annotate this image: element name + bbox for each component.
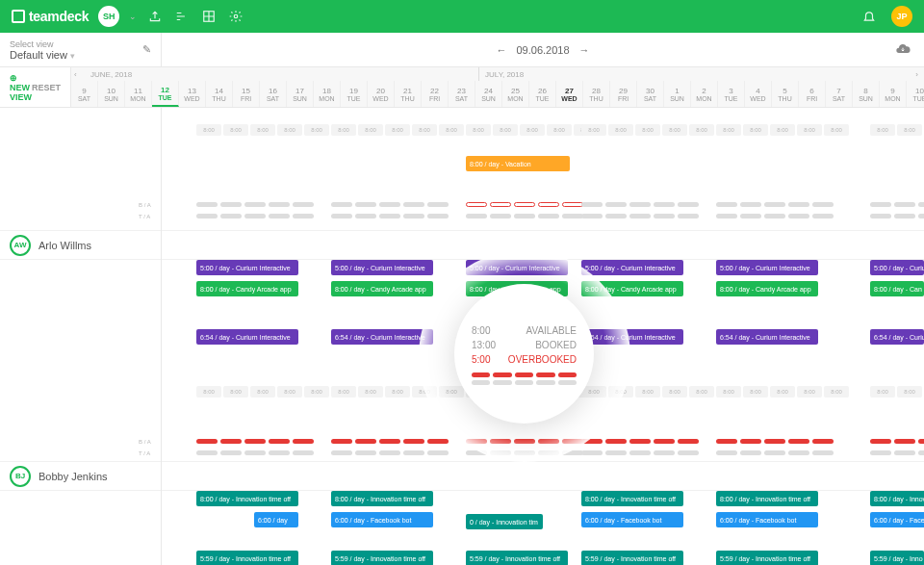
edit-icon[interactable]: ✎ (142, 43, 151, 56)
booking-bar[interactable]: 8:00 / day - Innovation time off (716, 491, 818, 506)
day-column[interactable]: 24SUN (475, 81, 502, 107)
day-column[interactable]: 6FRI (799, 81, 826, 107)
indicator-pill (812, 450, 834, 455)
day-column[interactable]: 4WED (745, 81, 772, 107)
booking-bar[interactable]: 6:00 / day - Facebook bot (581, 512, 683, 527)
scroll-left-icon[interactable]: ‹ (74, 70, 77, 79)
day-column[interactable]: 23SAT (449, 81, 475, 107)
booking-bar[interactable]: 5:59 / day - Innovation time off (331, 551, 433, 565)
booking-bar[interactable]: 6:54 / day - Curium Interactive (331, 329, 433, 345)
day-column[interactable]: 15FRI (233, 81, 260, 107)
day-column[interactable]: 28THU (583, 81, 610, 107)
day-column[interactable]: 9MON (880, 81, 907, 107)
indicator-pill (870, 450, 891, 455)
booking-bar[interactable]: 8:00 / day - Innovation time off (196, 491, 298, 506)
hours-cell: 8:00 (897, 124, 922, 136)
chevron-down-icon[interactable]: ⌄ (129, 12, 137, 21)
day-column[interactable]: 17SUN (287, 81, 314, 107)
day-column[interactable]: 10TUE (907, 81, 924, 107)
day-column[interactable]: 19TUE (341, 81, 368, 107)
hours-cell: 8:00 (662, 386, 687, 398)
booking-bar[interactable]: 0 / day - Innovation tim (466, 514, 543, 529)
booking-bar[interactable]: 6:00 / day (254, 512, 298, 527)
hours-cell: 8:00 (304, 124, 329, 136)
booking-bar[interactable]: 8:00 / day - Vacation (466, 156, 570, 171)
day-column[interactable]: 14THU (206, 81, 233, 107)
day-column[interactable]: 25MON (502, 81, 529, 107)
booking-bar[interactable]: 8:00 / day - Innovation time off (331, 491, 433, 506)
day-column[interactable]: 20WED (368, 81, 395, 107)
booking-bar[interactable]: 6:54 / day - Curium Interactive (581, 329, 683, 345)
booking-bar[interactable]: 8:00 / day - Can (870, 281, 924, 296)
hours-cell: 8:00 (897, 386, 922, 398)
day-column[interactable]: 18MON (314, 81, 341, 107)
timeline-icon[interactable] (173, 8, 191, 25)
booking-bar[interactable]: 5:59 / day - Innovation time off (581, 551, 683, 565)
booking-bar[interactable]: 5:00 / day - Curium Interactive (466, 260, 568, 275)
gear-icon[interactable] (227, 8, 244, 25)
day-column[interactable]: 26TUE (529, 81, 556, 107)
day-column[interactable]: 21THU (395, 81, 422, 107)
day-column[interactable]: 30SAT (637, 81, 664, 107)
booking-bar[interactable]: 5:00 / day - Curium Interactive (716, 260, 818, 275)
booking-bar[interactable]: 5:00 / day - Curium Interactive (196, 260, 298, 275)
row-label: T / A (139, 214, 150, 219)
prev-date-button[interactable]: ← (496, 44, 506, 56)
booking-bar[interactable]: 5:00 / day - Curium Interactive (581, 260, 683, 275)
booking-bar[interactable]: 8:00 / day - Candy Arcade app (196, 281, 298, 296)
booking-bar[interactable]: 5:00 / day - Curium Interactive (870, 260, 924, 275)
day-column[interactable]: 2MON (691, 81, 718, 107)
row-label: B / A (139, 439, 151, 445)
new-view-button[interactable]: ⊕ NEW VIEW (10, 73, 32, 102)
booking-bar[interactable]: 8:00 / day - Candy Arcade app (581, 281, 683, 296)
resource-row[interactable]: BJ Bobby Jenkins (0, 462, 161, 491)
day-column[interactable]: 11MON (125, 81, 152, 107)
booking-bar[interactable]: 5:00 / day - Curium Interactive (331, 260, 433, 275)
day-column[interactable]: 10SUN (98, 81, 125, 107)
workspace-avatar[interactable]: SH (98, 6, 119, 27)
indicator-pill (740, 202, 761, 207)
download-icon[interactable] (895, 41, 911, 59)
indicator-pill (629, 450, 651, 455)
day-column[interactable]: 8SUN (853, 81, 880, 107)
day-column[interactable]: 22FRI (422, 81, 449, 107)
booking-bar[interactable]: 8:00 / day - Candy Arcade app (331, 281, 433, 296)
booking-bar[interactable]: 8:00 / day - Innovation time off (870, 491, 924, 506)
day-column[interactable]: 16SAT (260, 81, 287, 107)
day-column[interactable]: 12TUE (152, 81, 179, 107)
date-display[interactable]: 09.06.2018 (516, 44, 569, 56)
booking-bar[interactable]: 8:00 / day - Candy Arcade app (716, 281, 818, 296)
day-column[interactable]: 13WED (179, 81, 206, 107)
hours-cell: 8:00 (547, 124, 572, 136)
day-column[interactable]: 3TUE (718, 81, 745, 107)
indicator-pill (196, 450, 218, 455)
grid-icon[interactable] (200, 8, 218, 25)
next-date-button[interactable]: → (579, 44, 590, 56)
booking-bar[interactable]: 8:00 / day - Innovation time off (581, 491, 683, 506)
booking-bar[interactable]: 5:59 / day - Innovation time off (196, 551, 298, 565)
booking-bar[interactable]: 6:00 / day - Facebook bot (331, 512, 433, 527)
indicator-pill (355, 450, 376, 455)
day-column[interactable]: 5THU (772, 81, 799, 107)
user-avatar[interactable]: JP (891, 6, 912, 27)
logo[interactable]: teamdeck (12, 9, 89, 24)
reset-button[interactable]: RESET (32, 83, 61, 92)
booking-bar[interactable]: 6:00 / day - Facebook bot (870, 512, 924, 527)
view-dropdown[interactable]: Default view ▾ (10, 49, 75, 61)
booking-bar[interactable]: 6:00 / day - Facebook bot (716, 512, 818, 527)
booking-bar[interactable]: 5:59 / day - Innovation time off (716, 551, 818, 565)
day-column[interactable]: 29FRI (610, 81, 637, 107)
scroll-right-icon[interactable]: › (915, 70, 918, 79)
day-column[interactable]: 27WED (556, 81, 583, 107)
booking-bar[interactable]: 5:59 / day - Inno (870, 551, 924, 565)
day-column[interactable]: 1SUN (664, 81, 691, 107)
booking-bar[interactable]: 6:54 / day - Curium Interactive (716, 329, 818, 345)
booking-bar[interactable]: 6:54 / day - Curium Interactive (870, 329, 924, 345)
bell-icon[interactable] (860, 8, 878, 25)
day-column[interactable]: 9SAT (71, 81, 98, 107)
export-icon[interactable] (146, 8, 164, 25)
booking-bar[interactable]: 6:54 / day - Curium Interactive (196, 329, 298, 345)
day-column[interactable]: 7SAT (826, 81, 853, 107)
booking-bar[interactable]: 5:59 / day - Innovation time off (466, 551, 568, 565)
resource-row[interactable]: AW Arlo Willms (0, 231, 161, 260)
